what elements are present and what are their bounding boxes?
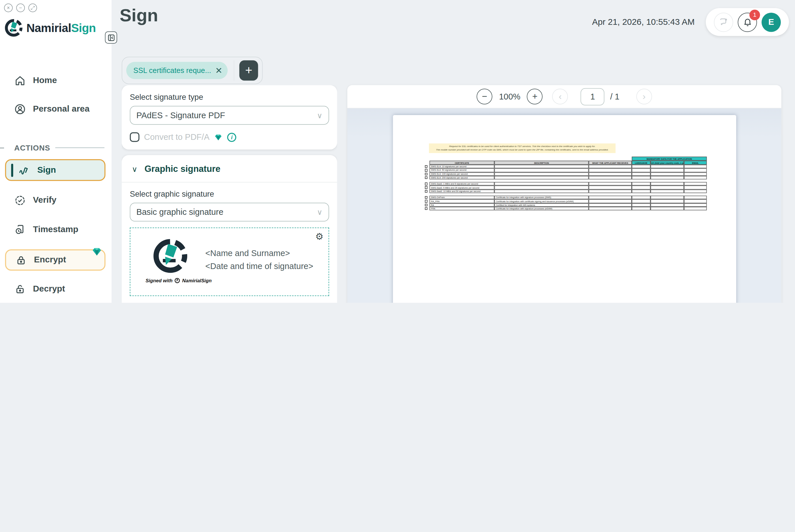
graphic-signature-select[interactable]: Basic graphic signature ∨: [130, 203, 329, 222]
document-checkbox[interactable]: [425, 190, 427, 193]
empty-cell: [589, 196, 632, 200]
chevron-down-icon: ∨: [317, 208, 322, 217]
checkbox-cell[interactable]: [422, 182, 429, 186]
sidebar-item-home[interactable]: Home: [5, 71, 106, 90]
gear-icon[interactable]: ⚙: [315, 231, 323, 243]
empty-cell: [650, 176, 684, 179]
empty-cell: [632, 165, 650, 168]
document-checkbox[interactable]: [425, 183, 427, 185]
sidebar-item-verify[interactable]: Verify: [5, 191, 106, 210]
signature-type-select[interactable]: PAdES - Signature PDF ∨: [130, 106, 329, 125]
feedback-button[interactable]: [714, 13, 733, 32]
document-checkbox[interactable]: [425, 204, 427, 206]
sidebar-item-label: Timestamp: [33, 225, 78, 235]
chevron-down-icon: ∨: [317, 111, 322, 120]
description-cell: [495, 172, 589, 176]
pdf-canvas-area[interactable]: Request for SSL certificates to be used …: [347, 109, 781, 303]
document-checkbox[interactable]: [425, 207, 427, 210]
user-icon: [14, 103, 26, 115]
zoom-in-button[interactable]: +: [527, 89, 542, 104]
graphic-signature-header[interactable]: ∨ Graphic signature: [130, 163, 329, 176]
notifications-button[interactable]: 1: [738, 13, 757, 32]
signature-icon: [18, 164, 30, 176]
empty-cell: [684, 186, 707, 189]
sidebar-item-timestamp[interactable]: Timestamp: [5, 220, 106, 239]
add-document-button[interactable]: +: [239, 60, 258, 80]
sidebar-item-personal-area[interactable]: Personal area: [5, 99, 106, 119]
convert-pdfa-row: Convert to PDF/A i: [130, 132, 329, 142]
document-checkbox[interactable]: [425, 186, 427, 189]
checkbox-cell[interactable]: [422, 189, 429, 193]
empty-cell: [632, 207, 650, 210]
certificate-cell: SWS-OnPrem: [429, 196, 495, 200]
empty-cell: [650, 165, 684, 168]
document-checkbox[interactable]: [425, 176, 427, 179]
checkbox-cell[interactable]: [422, 165, 429, 168]
description-cell: Certificate for integration with certifi…: [495, 199, 589, 203]
sidebar-item-label: Home: [33, 76, 57, 86]
minimize-window-icon[interactable]: −: [16, 3, 25, 12]
certificate-cell: SWS-SaaS: 10 MB/s and 50 signatures per …: [429, 189, 495, 193]
checkbox-cell[interactable]: [422, 196, 429, 200]
document-checkbox[interactable]: [425, 200, 427, 203]
certificate-cell: SWS-SaaS: 1 MB/s and 5 signatures per se…: [429, 182, 495, 186]
checkbox-cell[interactable]: [422, 199, 429, 203]
avatar[interactable]: E: [761, 13, 781, 32]
sidebar-item-label: Decrypt: [33, 284, 65, 294]
document-checkbox[interactable]: [425, 173, 427, 175]
previous-page-button[interactable]: ‹: [552, 89, 568, 104]
graphic-signature-value: Basic graphic signature: [136, 208, 223, 217]
zoom-out-button[interactable]: −: [477, 89, 493, 104]
document-tab[interactable]: SSL certificates reque... ✕: [126, 62, 227, 79]
checkbox-cell[interactable]: [422, 186, 429, 189]
document-checkbox[interactable]: [425, 196, 427, 199]
table-cell: [429, 156, 495, 160]
empty-cell: [632, 186, 650, 189]
empty-cell: [684, 165, 707, 168]
brand-logo-icon: [4, 18, 23, 37]
certificate-cell: SWS-SLA: 100 signatures per second: [429, 172, 495, 176]
document-checkbox[interactable]: [425, 165, 427, 168]
section-title: Graphic signature: [145, 164, 220, 174]
close-document-icon[interactable]: ✕: [215, 66, 222, 75]
table-span-header: MANDATORY DATA FOR THE APPLICATION: [632, 156, 707, 160]
pdf-page[interactable]: Request for SSL certificates to be used …: [393, 115, 736, 303]
checkbox-cell[interactable]: [422, 176, 429, 179]
description-cell: [495, 176, 589, 179]
signature-logo-icon: [152, 236, 189, 276]
checkbox-cell[interactable]: [422, 207, 429, 210]
page-title: Sign: [120, 5, 158, 25]
empty-cell: [589, 199, 632, 203]
document-checkbox[interactable]: [425, 169, 427, 172]
sidebar-item-label: Personal area: [33, 104, 89, 114]
empty-cell: [684, 189, 707, 193]
app-window: × − ⤢ NamirialSign Ho: [0, 0, 795, 303]
column-header: LANGUAGE: [632, 160, 650, 165]
premium-diamond-icon: [214, 133, 223, 141]
empty-cell: [650, 182, 684, 186]
next-page-button[interactable]: ›: [636, 89, 652, 104]
table-cell: [589, 156, 632, 160]
info-icon[interactable]: i: [227, 133, 237, 142]
sidebar-item-encrypt[interactable]: Encrypt: [5, 249, 106, 271]
checkbox-cell[interactable]: [422, 203, 429, 207]
certificate-cell: SWS-SLA: 200 signatures per second: [429, 176, 495, 179]
convert-pdfa-checkbox[interactable]: [130, 132, 139, 142]
checkbox-cell[interactable]: [422, 172, 429, 176]
premium-diamond-icon: [91, 246, 103, 257]
empty-cell: [632, 182, 650, 186]
table-cell: [422, 160, 429, 165]
viewer-toolbar: − 100% + ‹ 1 / 1 ›: [347, 85, 781, 109]
checkbox-cell[interactable]: [422, 168, 429, 172]
sidebar-item-decrypt[interactable]: Decrypt: [5, 279, 106, 299]
page-number-input[interactable]: 1: [581, 88, 605, 105]
sidebar-item-sign[interactable]: Sign: [5, 159, 106, 181]
expand-window-icon[interactable]: ⤢: [28, 3, 37, 12]
close-window-icon[interactable]: ×: [4, 3, 13, 12]
window-controls: × − ⤢: [4, 3, 37, 12]
convert-pdfa-label: Convert to PDF/A: [144, 132, 209, 142]
pdf-viewer: − 100% + ‹ 1 / 1 › Request for SSL certi…: [347, 85, 781, 303]
empty-cell: [650, 207, 684, 210]
certificate-cell: SWS-SLA: 10 signatures per second: [429, 165, 495, 168]
empty-cell: [632, 168, 650, 172]
